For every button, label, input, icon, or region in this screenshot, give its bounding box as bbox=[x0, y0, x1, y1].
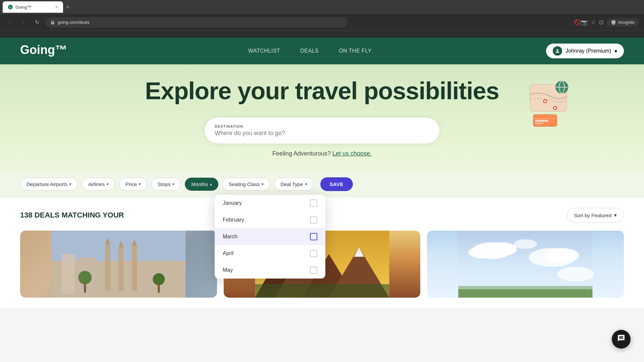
lock-icon bbox=[50, 20, 55, 25]
month-item-march[interactable]: March bbox=[215, 228, 325, 245]
month-item-january[interactable]: January bbox=[215, 195, 325, 212]
sort-button[interactable]: Sort by Featured ▾ bbox=[567, 208, 624, 223]
site-logo[interactable]: Going™ bbox=[20, 41, 74, 61]
bookmark-star-icon[interactable]: ☆ bbox=[591, 19, 596, 25]
browser-controls: ‹ › ↻ going.com/deals 🚫📷 ☆ ⊡ Incognito bbox=[0, 14, 644, 31]
svg-point-8 bbox=[554, 107, 556, 109]
svg-rect-12 bbox=[535, 123, 543, 124]
departure-airports-filter[interactable]: Departure Airports ▾ bbox=[20, 178, 78, 191]
months-dropdown: January February March April bbox=[215, 195, 325, 279]
main-nav: WATCHLIST DEALS ON THE FLY bbox=[248, 48, 372, 54]
month-checkbox-march[interactable] bbox=[310, 233, 317, 240]
tab-close-button[interactable]: × bbox=[55, 5, 58, 9]
months-filter[interactable]: Months ▴ bbox=[185, 178, 218, 191]
back-button[interactable]: ‹ bbox=[5, 18, 15, 27]
browser-tabs: G Going™ × + bbox=[0, 0, 644, 14]
seating-class-chevron: ▾ bbox=[262, 182, 264, 186]
month-label-may: May bbox=[223, 267, 233, 273]
svg-rect-36 bbox=[255, 284, 389, 298]
svg-point-24 bbox=[78, 271, 92, 284]
incognito-label: Incognito bbox=[618, 20, 635, 25]
airlines-filter[interactable]: Airlines ▾ bbox=[82, 178, 115, 191]
browser-chrome: G Going™ × + ‹ › ↻ going.com/deals 🚫📷 ☆ … bbox=[0, 0, 644, 38]
url-text: going.com/deals bbox=[58, 20, 90, 25]
svg-point-42 bbox=[546, 248, 579, 263]
month-checkbox-january[interactable] bbox=[310, 199, 317, 207]
month-label-february: February bbox=[223, 217, 244, 223]
chat-icon bbox=[617, 334, 625, 344]
incognito-icon bbox=[611, 20, 616, 25]
nav-watchlist[interactable]: WATCHLIST bbox=[248, 48, 280, 54]
site-header: Going™ WATCHLIST DEALS ON THE FLY Johnra… bbox=[0, 38, 644, 64]
airlines-chevron: ▾ bbox=[107, 182, 109, 186]
svg-point-40 bbox=[469, 246, 495, 258]
devices-icon[interactable]: ⊡ bbox=[599, 19, 603, 25]
user-avatar bbox=[553, 46, 562, 56]
month-checkbox-may[interactable] bbox=[310, 266, 317, 274]
map-illustration bbox=[523, 78, 577, 131]
deal-type-filter[interactable]: Deal Type ▾ bbox=[274, 178, 313, 191]
seating-class-filter[interactable]: Seating Class ▾ bbox=[222, 178, 270, 191]
stops-chevron: ▾ bbox=[172, 182, 174, 186]
camera-off-icon[interactable]: 🚫📷 bbox=[574, 19, 588, 25]
svg-rect-11 bbox=[535, 120, 548, 122]
price-chevron: ▾ bbox=[139, 182, 141, 186]
deal-type-chevron: ▾ bbox=[305, 182, 307, 186]
browser-tab-going[interactable]: G Going™ × bbox=[3, 1, 63, 13]
month-label-march: March bbox=[223, 234, 237, 240]
svg-point-43 bbox=[514, 239, 537, 249]
svg-point-25 bbox=[153, 273, 165, 285]
months-chevron: ▴ bbox=[210, 182, 212, 186]
deal-card-barcelona[interactable] bbox=[20, 231, 217, 298]
destination-label: DESTINATION bbox=[215, 124, 429, 128]
adventurous-text: Feeling Adventurous? Let us choose. bbox=[0, 150, 644, 157]
deals-count: 138 DEALS MATCHING YOUR bbox=[20, 211, 124, 220]
new-tab-button[interactable]: + bbox=[63, 2, 72, 12]
svg-rect-20 bbox=[118, 247, 123, 291]
destination-input[interactable] bbox=[215, 130, 429, 137]
tab-favicon: G bbox=[8, 5, 13, 9]
svg-rect-46 bbox=[459, 289, 593, 298]
incognito-button[interactable]: Incognito bbox=[607, 18, 639, 26]
going-logo-svg: Going™ bbox=[20, 41, 74, 58]
month-item-april[interactable]: April bbox=[215, 245, 325, 262]
barcelona-image bbox=[20, 231, 217, 298]
svg-rect-16 bbox=[61, 254, 75, 294]
svg-text:Going™: Going™ bbox=[20, 43, 67, 57]
destination-search-box[interactable]: DESTINATION bbox=[205, 118, 439, 143]
filter-bar: Departure Airports ▾ Airlines ▾ Price ▾ … bbox=[0, 171, 644, 198]
sky-image bbox=[427, 231, 624, 298]
tab-title: Going™ bbox=[15, 5, 32, 10]
departure-airports-chevron: ▾ bbox=[69, 182, 71, 186]
save-filter-button[interactable]: SAVE bbox=[320, 177, 353, 191]
browser-actions: 🚫📷 ☆ ⊡ Incognito bbox=[574, 18, 639, 26]
month-label-january: January bbox=[223, 200, 242, 206]
nav-on-the-fly[interactable]: ON THE FLY bbox=[339, 48, 372, 54]
nav-deals[interactable]: DEALS bbox=[300, 48, 319, 54]
sort-chevron: ▾ bbox=[614, 212, 617, 218]
month-checkbox-february[interactable] bbox=[310, 216, 317, 224]
svg-point-6 bbox=[544, 100, 546, 102]
user-menu-button[interactable]: Johnray (Premium) ▾ bbox=[546, 44, 624, 58]
deal-card-sky[interactable] bbox=[427, 231, 624, 298]
svg-rect-26 bbox=[84, 283, 86, 293]
refresh-button[interactable]: ↻ bbox=[32, 18, 42, 27]
month-item-may[interactable]: May bbox=[215, 262, 325, 279]
price-filter[interactable]: Price ▾ bbox=[119, 178, 147, 191]
month-label-april: April bbox=[223, 250, 233, 256]
svg-point-44 bbox=[557, 267, 594, 282]
chat-button[interactable] bbox=[612, 330, 631, 349]
address-bar[interactable]: going.com/deals bbox=[46, 17, 347, 28]
hero-section: Explore your travel possibilities DESTIN… bbox=[0, 64, 644, 198]
svg-rect-27 bbox=[158, 284, 160, 293]
forward-button[interactable]: › bbox=[19, 18, 28, 27]
sort-label: Sort by Featured bbox=[574, 213, 611, 218]
user-chevron: ▾ bbox=[614, 48, 617, 54]
month-item-february[interactable]: February bbox=[215, 212, 325, 228]
months-dropdown-list: January February March April bbox=[215, 195, 325, 279]
stops-filter[interactable]: Stops ▾ bbox=[151, 178, 181, 191]
month-checkbox-april[interactable] bbox=[310, 250, 317, 257]
user-name: Johnray (Premium) bbox=[566, 48, 611, 54]
let-us-choose-link[interactable]: Let us choose. bbox=[332, 150, 372, 157]
svg-rect-22 bbox=[132, 246, 137, 291]
